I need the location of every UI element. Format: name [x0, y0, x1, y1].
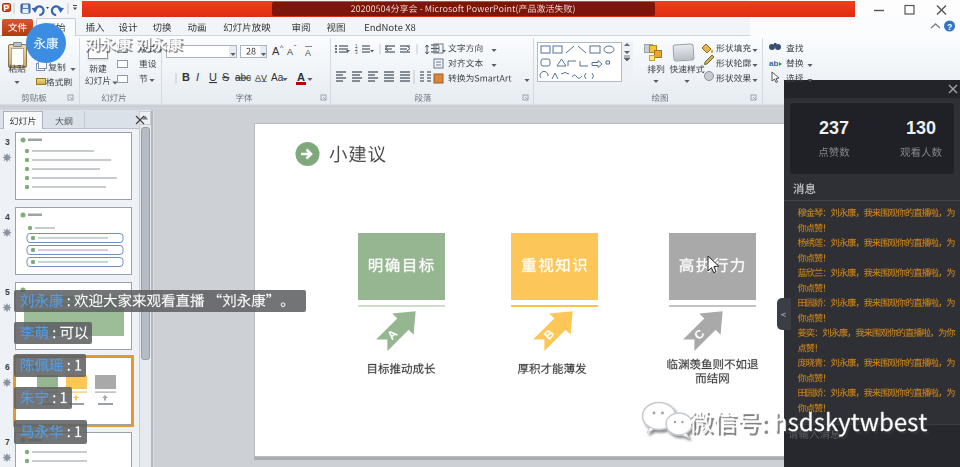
svg-text:3: 3: [5, 137, 10, 147]
svg-text:A: A: [287, 47, 293, 57]
svg-text:abc: abc: [235, 72, 251, 83]
svg-text:ab: ab: [769, 59, 778, 68]
svg-text:A: A: [272, 45, 280, 57]
svg-text:P: P: [3, 3, 9, 13]
svg-text:^: ^: [280, 44, 284, 51]
svg-text:Aa: Aa: [271, 72, 284, 83]
svg-text:I: I: [196, 71, 199, 83]
svg-text:A: A: [297, 71, 305, 83]
svg-text:B: B: [182, 71, 190, 83]
svg-text:ˇ: ˇ: [294, 44, 297, 51]
svg-text:7: 7: [5, 437, 10, 447]
svg-text:?: ?: [947, 22, 952, 32]
svg-text:5: 5: [5, 287, 10, 297]
svg-text:S: S: [222, 71, 229, 83]
svg-text:4: 4: [5, 212, 10, 222]
svg-text:6: 6: [5, 362, 10, 372]
svg-text:A: A: [305, 48, 311, 58]
svg-text:130: 130: [906, 118, 936, 138]
svg-text:3: 3: [355, 50, 358, 55]
svg-text:U: U: [209, 71, 217, 83]
svg-text:237: 237: [819, 118, 849, 138]
svg-text:A̲V̲: A̲V̲: [255, 73, 267, 83]
